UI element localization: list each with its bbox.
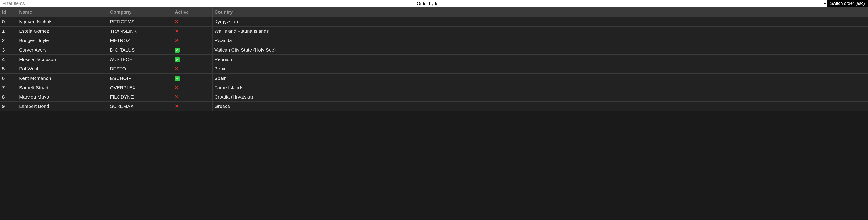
cell-active: ✓ (173, 55, 213, 64)
cell-name: Marylou Mayo (17, 92, 108, 102)
table-row: 5Pat WestBESTO✕Benin (0, 64, 868, 73)
cell-active: ✕ (173, 92, 213, 102)
cell-id: 9 (0, 102, 17, 111)
cell-country: Faroe Islands (213, 83, 868, 92)
cell-active: ✕ (173, 64, 213, 73)
cross-icon: ✕ (175, 85, 179, 90)
cell-name: Estela Gomez (17, 27, 108, 36)
cell-country: Kyrgyzstan (213, 17, 868, 27)
cell-country: Reunion (213, 55, 868, 64)
check-icon: ✓ (175, 57, 180, 62)
order-select[interactable]: Order by Id (414, 0, 827, 7)
cell-country: Croatia (Hrvatska) (213, 92, 868, 102)
cell-name: Nguyen Nichols (17, 17, 108, 27)
cell-country: Rwanda (213, 36, 868, 45)
cell-company: PETIGEMS (108, 17, 173, 27)
table-row: 1Estela GomezTRANSLINK✕Wallis and Futuna… (0, 27, 868, 36)
cell-active: ✓ (173, 73, 213, 83)
cell-id: 0 (0, 17, 17, 27)
cell-company: DIGITALUS (108, 45, 173, 55)
cross-icon: ✕ (175, 38, 179, 43)
cell-company: SUREMAX (108, 102, 173, 111)
check-icon: ✓ (175, 48, 180, 53)
cell-active: ✓ (173, 45, 213, 55)
table-row: 3Carver AveryDIGITALUS✓Vatican City Stat… (0, 45, 868, 55)
cross-icon: ✕ (175, 19, 179, 24)
cell-company: TRANSLINK (108, 27, 173, 36)
data-table: Id Name Company Active Country 0Nguyen N… (0, 7, 868, 111)
cell-id: 2 (0, 36, 17, 45)
filter-input[interactable] (0, 0, 414, 7)
cell-company: METROZ (108, 36, 173, 45)
cell-name: Bridges Doyle (17, 36, 108, 45)
cell-name: Barnett Stuart (17, 83, 108, 92)
cell-country: Greece (213, 102, 868, 111)
col-header-company[interactable]: Company (108, 7, 173, 17)
table-header-row: Id Name Company Active Country (0, 7, 868, 17)
cell-name: Flossie Jacobson (17, 55, 108, 64)
cell-country: Spain (213, 73, 868, 83)
col-header-id[interactable]: Id (0, 7, 17, 17)
cell-id: 3 (0, 45, 17, 55)
col-header-country[interactable]: Country (213, 7, 868, 17)
cell-id: 4 (0, 55, 17, 64)
cell-company: FILODYNE (108, 92, 173, 102)
toolbar: Order by Id Switch order (asc) (0, 0, 868, 7)
cell-name: Kent Mcmahon (17, 73, 108, 83)
cell-id: 7 (0, 83, 17, 92)
cell-country: Benin (213, 64, 868, 73)
table-row: 7Barnett StuartOVERPLEX✕Faroe Islands (0, 83, 868, 92)
cell-name: Lambert Bond (17, 102, 108, 111)
cell-active: ✕ (173, 83, 213, 92)
cell-active: ✕ (173, 27, 213, 36)
switch-order-button[interactable]: Switch order (asc) (827, 0, 868, 7)
check-icon: ✓ (175, 76, 180, 81)
col-header-name[interactable]: Name (17, 7, 108, 17)
cell-active: ✕ (173, 102, 213, 111)
cell-id: 1 (0, 27, 17, 36)
cross-icon: ✕ (175, 66, 179, 71)
cell-company: BESTO (108, 64, 173, 73)
cell-name: Pat West (17, 64, 108, 73)
cell-company: ESCHOIR (108, 73, 173, 83)
cell-company: OVERPLEX (108, 83, 173, 92)
cell-country: Vatican City State (Holy See) (213, 45, 868, 55)
cell-id: 6 (0, 73, 17, 83)
col-header-active[interactable]: Active (173, 7, 213, 17)
cell-country: Wallis and Futuna Islands (213, 27, 868, 36)
table-row: 0Nguyen NicholsPETIGEMS✕Kyrgyzstan (0, 17, 868, 27)
cross-icon: ✕ (175, 104, 179, 109)
cell-id: 5 (0, 64, 17, 73)
cell-active: ✕ (173, 17, 213, 27)
cell-name: Carver Avery (17, 45, 108, 55)
cell-id: 8 (0, 92, 17, 102)
table-row: 8Marylou MayoFILODYNE✕Croatia (Hrvatska) (0, 92, 868, 102)
table-row: 2Bridges DoyleMETROZ✕Rwanda (0, 36, 868, 45)
cross-icon: ✕ (175, 94, 179, 99)
cell-active: ✕ (173, 36, 213, 45)
table-row: 6Kent McmahonESCHOIR✓Spain (0, 73, 868, 83)
table-row: 4Flossie JacobsonAUSTECH✓Reunion (0, 55, 868, 64)
table-row: 9Lambert BondSUREMAX✕Greece (0, 102, 868, 111)
cross-icon: ✕ (175, 29, 179, 34)
cell-company: AUSTECH (108, 55, 173, 64)
